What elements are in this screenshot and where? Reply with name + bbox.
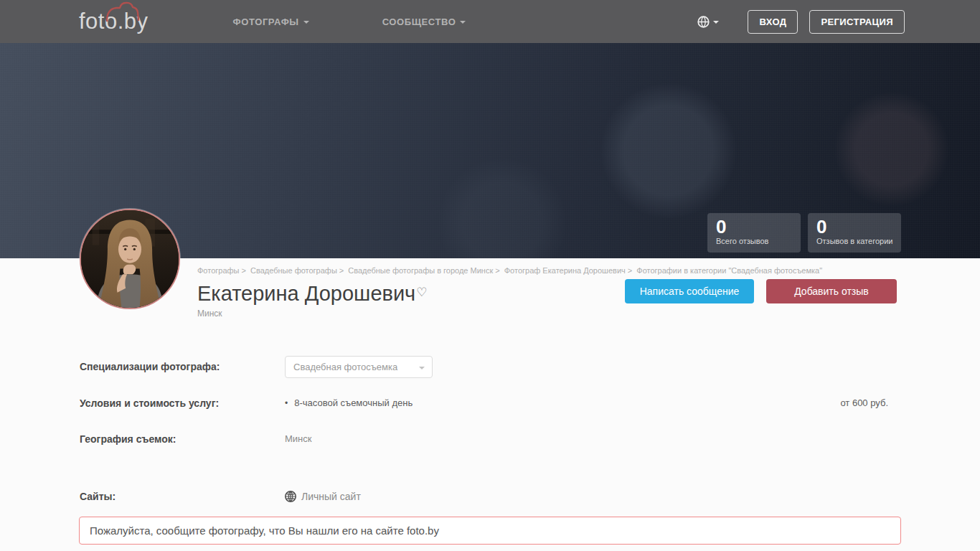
breadcrumb-link[interactable]: Свадебные фотографы <box>250 266 337 275</box>
navbar-right: ВХОД РЕГИСТРАЦИЯ <box>697 10 905 34</box>
profile-main: Фотографы> Свадебные фотографы> Свадебны… <box>79 258 901 502</box>
avatar-portrait <box>81 210 179 308</box>
add-review-button[interactable]: Добавить отзыв <box>766 279 897 303</box>
pricing-label: Условия и стоимость услуг: <box>80 392 285 409</box>
stat-category-reviews: 0 Отзывов в категории <box>808 213 901 253</box>
breadcrumb-link[interactable]: Фотограф Екатерина Дорошевич <box>504 266 626 275</box>
breadcrumb-separator: > <box>339 266 344 275</box>
login-button[interactable]: ВХОД <box>748 10 798 34</box>
favorite-heart-icon[interactable]: ♡ <box>416 285 427 299</box>
site-logo[interactable]: foto.by <box>79 0 149 43</box>
bullet-icon: • <box>285 398 288 408</box>
stat-label: Всего отзывов <box>716 237 792 245</box>
globe-icon <box>697 16 710 28</box>
camera-outline-icon <box>105 1 142 22</box>
selected-specialization: Свадебная фотосъемка <box>293 362 397 372</box>
pricing-item-price: от 600 руб. <box>840 397 888 408</box>
menu-item-photographers[interactable]: ФОТОГРАФЫ <box>233 17 309 27</box>
pricing-row: Условия и стоимость услуг: • 8-часовой с… <box>80 392 901 409</box>
avatar[interactable] <box>80 209 180 309</box>
globe-icon <box>285 491 296 502</box>
stat-value: 0 <box>816 217 892 237</box>
stat-total-reviews: 0 Всего отзывов <box>707 213 801 253</box>
pricing-item-name: 8-часовой съемочный день <box>294 397 413 408</box>
breadcrumb-separator: > <box>241 266 245 275</box>
sites-label: Сайты: <box>80 486 285 502</box>
personal-site-link[interactable]: Личный сайт <box>285 491 361 502</box>
specializations-label: Специализации фотографа: <box>80 356 285 372</box>
profile-header: Фотографы> Свадебные фотографы> Свадебны… <box>197 265 901 334</box>
send-message-button[interactable]: Написать сообщение <box>625 279 754 303</box>
chevron-down-icon <box>713 21 719 24</box>
profile-details: Специализации фотографа: Свадебная фотос… <box>80 356 901 502</box>
menu-item-label: СООБЩЕСТВО <box>382 17 456 27</box>
breadcrumb: Фотографы> Свадебные фотографы> Свадебны… <box>197 265 901 276</box>
breadcrumb-link[interactable]: Фотографы <box>197 266 239 275</box>
register-button[interactable]: РЕГИСТРАЦИЯ <box>809 10 905 34</box>
page-title: Екатерина Дорошевич <box>197 282 415 305</box>
breadcrumb-separator: > <box>628 266 632 275</box>
geography-label: География съемок: <box>80 428 285 445</box>
stat-value: 0 <box>716 217 792 237</box>
personal-site-label: Личный сайт <box>301 491 361 502</box>
specialization-select[interactable]: Свадебная фотосъемка <box>285 356 433 378</box>
specializations-row: Специализации фотографа: Свадебная фотос… <box>80 356 901 378</box>
geography-value: Минск <box>285 433 311 444</box>
sites-row: Сайты: Личный сайт <box>80 486 901 502</box>
geography-row: География съемок: Минск <box>80 428 901 445</box>
language-dropdown[interactable] <box>697 16 719 28</box>
review-stats: 0 Всего отзывов 0 Отзывов в категории <box>707 213 901 253</box>
top-navbar: foto.by ФОТОГРАФЫ СООБЩЕСТВО ВХОД РЕГИСТ… <box>0 0 980 43</box>
pricing-item: • 8-часовой съемочный день <box>285 397 413 408</box>
profile-city: Минск <box>197 309 901 319</box>
stat-label: Отзывов в категории <box>816 237 892 245</box>
menu-item-label: ФОТОГРАФЫ <box>233 17 299 27</box>
breadcrumb-link[interactable]: Свадебные фотографы в городе Минск <box>348 266 493 275</box>
notice-banner: Пожалуйста, сообщите фотографу, что Вы н… <box>79 517 901 545</box>
chevron-down-icon <box>303 21 309 24</box>
profile-actions: Написать сообщение Добавить отзыв <box>625 279 897 303</box>
chevron-down-icon <box>460 21 466 24</box>
breadcrumb-current: Фотографии в категории "Свадебная фотосъ… <box>636 266 822 275</box>
main-menu: ФОТОГРАФЫ СООБЩЕСТВО <box>233 17 466 27</box>
chevron-down-icon <box>419 367 425 369</box>
menu-item-community[interactable]: СООБЩЕСТВО <box>382 17 466 27</box>
breadcrumb-separator: > <box>495 266 499 275</box>
notice-text: Пожалуйста, сообщите фотографу, что Вы н… <box>90 524 439 537</box>
